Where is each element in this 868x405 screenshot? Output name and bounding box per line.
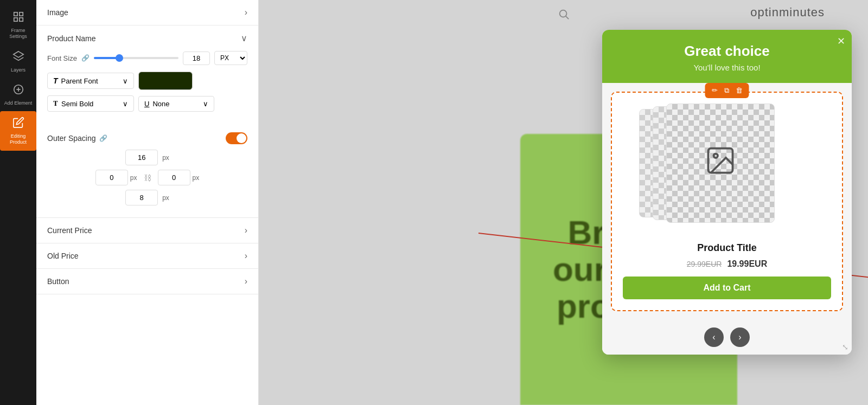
frame-settings-icon	[12, 11, 24, 25]
current-price: 19.99EUR	[727, 259, 767, 269]
spacing-link-icon[interactable]: ⛓	[142, 173, 154, 182]
font-family-row: T Parent Font ∨	[47, 72, 247, 90]
layers-icon	[12, 50, 24, 65]
spacing-bottom-row: 8 px	[47, 190, 247, 205]
old-price-chevron: ›	[245, 251, 247, 261]
svg-rect-2	[14, 18, 17, 21]
font-weight-label: Semi Bold	[61, 100, 93, 108]
link-icon: 🔗	[81, 54, 90, 62]
search-icon[interactable]	[558, 8, 570, 23]
product-image-main	[666, 104, 775, 223]
section-product-name-header[interactable]: Product Name ∨	[36, 25, 258, 51]
section-current-price: Current Price ›	[36, 218, 258, 243]
add-element-icon	[12, 83, 24, 98]
outer-spacing-label: Outer Spacing	[47, 134, 96, 143]
product-placeholder-icon	[704, 144, 737, 183]
product-title: Product Title	[623, 242, 831, 254]
section-product-name: Product Name ∨ Font Size 🔗 18 PXEMREM	[36, 25, 258, 218]
section-image: Image ›	[36, 0, 258, 25]
chevron-down-icon: ∨	[241, 33, 247, 43]
section-old-price-header[interactable]: Old Price ›	[36, 243, 258, 268]
sidebar-item-label-layers: Layers	[11, 67, 25, 73]
font-size-label: Font Size	[47, 54, 77, 62]
popup-body: ✏ ⧉ 🗑	[602, 83, 852, 320]
brand-name: optinminutes	[750, 5, 825, 20]
outer-spacing-link-icon: 🔗	[99, 134, 107, 142]
type-icon: T	[53, 76, 58, 85]
sidebar-item-label-frame: Frame Settings	[2, 28, 34, 40]
sidebar-item-add-element[interactable]: Add Element	[0, 78, 36, 112]
outer-spacing-toggle[interactable]	[226, 132, 247, 144]
section-button: Button ›	[36, 269, 258, 294]
spacing-top-row: 16 px	[47, 150, 247, 165]
next-button[interactable]: ›	[730, 327, 750, 347]
spacing-middle-row: 0 px ⛓ 0 px	[47, 170, 247, 185]
product-popup: ✕ Great choice You'll love this too! ✏ ⧉…	[602, 30, 852, 355]
card-delete-icon[interactable]: 🗑	[733, 85, 745, 96]
popup-title: Great choice	[613, 43, 841, 60]
sidebar-item-frame-settings[interactable]: Frame Settings	[0, 5, 36, 45]
section-image-label: Image	[47, 8, 68, 17]
editing-product-icon	[12, 117, 24, 131]
sidebar-item-label-add: Add Element	[4, 100, 33, 106]
font-style-row: 𝐓 Semi Bold ∨ U None ∨	[47, 95, 247, 112]
popup-footer: ‹ ›	[602, 320, 852, 355]
card-edit-icon[interactable]: ✏	[710, 85, 720, 96]
button-chevron: ›	[245, 277, 247, 286]
svg-marker-4	[13, 51, 23, 57]
main-canvas: optinminutes Browse our latest products …	[259, 0, 868, 405]
product-images	[623, 104, 831, 234]
sidebar-item-layers[interactable]: Layers	[0, 45, 36, 78]
sidebar-item-label-editing: Editing Product	[2, 133, 34, 145]
text-decoration-label: None	[152, 100, 169, 108]
add-to-cart-button[interactable]: Add to Cart	[623, 277, 831, 299]
outer-spacing-header: Outer Spacing 🔗	[36, 125, 258, 150]
left-sidebar: Frame Settings Layers Add Element Editin…	[0, 0, 36, 405]
sidebar-item-editing-product[interactable]: Editing Product	[0, 111, 36, 151]
svg-rect-3	[19, 18, 22, 21]
popup-close-button[interactable]: ✕	[837, 35, 845, 47]
card-toolbar: ✏ ⧉ 🗑	[705, 83, 749, 98]
section-button-label: Button	[47, 277, 69, 286]
outer-spacing-title: Outer Spacing 🔗	[47, 134, 107, 143]
text-decoration-select[interactable]: U None ∨	[138, 96, 214, 112]
product-card: ✏ ⧉ 🗑	[611, 92, 843, 311]
spacing-left-group: 0 px	[95, 170, 137, 185]
popup-subtitle: You'll love this too!	[613, 63, 841, 72]
svg-point-8	[559, 10, 566, 17]
price-row: 29.99EUR 19.99EUR	[623, 259, 831, 269]
resize-handle[interactable]: ⤡	[842, 343, 848, 351]
card-copy-icon[interactable]: ⧉	[722, 85, 731, 96]
current-price-chevron: ›	[245, 226, 247, 235]
section-button-header[interactable]: Button ›	[36, 269, 258, 294]
section-current-price-header[interactable]: Current Price ›	[36, 218, 258, 243]
font-weight-select[interactable]: 𝐓 Semi Bold ∨	[47, 95, 134, 112]
spacing-left-input[interactable]: 0	[95, 170, 128, 185]
spacing-right-unit: px	[193, 174, 200, 182]
section-product-name-label: Product Name	[47, 34, 95, 43]
svg-line-9	[566, 16, 569, 19]
font-size-unit-select[interactable]: PXEMREM	[214, 51, 247, 65]
spacing-top-input[interactable]: 16	[125, 150, 158, 165]
underline-icon: U	[144, 100, 149, 108]
popup-header: ✕ Great choice You'll love this too!	[602, 30, 852, 83]
font-size-row: Font Size 🔗 18 PXEMREM	[47, 51, 247, 65]
font-family-label: Parent Font	[61, 77, 98, 85]
section-image-header[interactable]: Image ›	[36, 0, 258, 25]
spacing-left-unit: px	[130, 174, 137, 182]
section-current-price-label: Current Price	[47, 226, 92, 235]
spacing-bottom-input[interactable]: 8	[125, 190, 158, 205]
spacing-bottom-unit: px	[162, 194, 169, 202]
font-size-slider[interactable]	[94, 57, 178, 59]
font-size-input[interactable]: 18	[183, 52, 210, 65]
font-family-chevron: ∨	[123, 77, 128, 85]
section-old-price-label: Old Price	[47, 252, 79, 260]
svg-rect-0	[14, 12, 17, 16]
color-swatch[interactable]	[138, 72, 193, 90]
section-old-price: Old Price ›	[36, 243, 258, 269]
font-family-select[interactable]: T Parent Font ∨	[47, 73, 134, 89]
spacing-right-input[interactable]: 0	[158, 170, 190, 185]
weight-icon: 𝐓	[53, 99, 58, 108]
prev-button[interactable]: ‹	[704, 327, 724, 347]
old-price: 29.99EUR	[687, 260, 722, 268]
